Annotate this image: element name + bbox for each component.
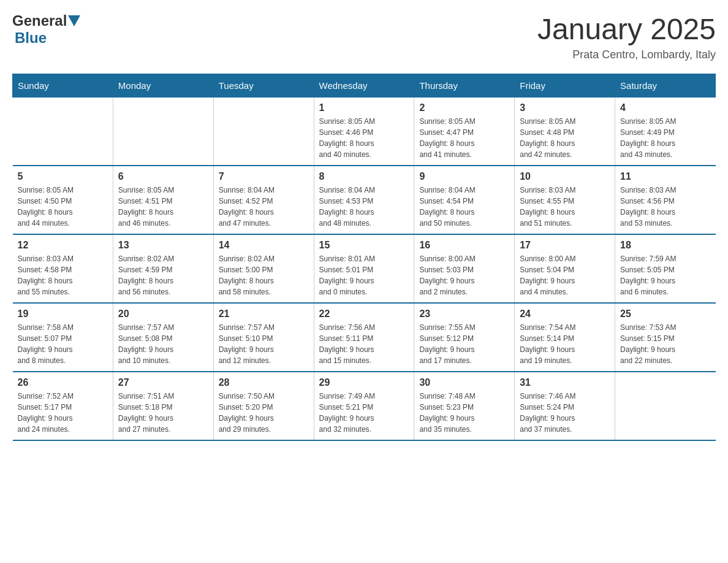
day-number: 20 [118, 308, 208, 320]
day-info: Sunrise: 7:54 AM Sunset: 5:14 PM Dayligh… [520, 322, 610, 366]
day-number: 21 [219, 308, 309, 320]
col-wednesday: Wednesday [314, 74, 414, 98]
day-number: 7 [219, 171, 309, 182]
day-info: Sunrise: 8:00 AM Sunset: 5:04 PM Dayligh… [520, 253, 610, 297]
day-info: Sunrise: 8:04 AM Sunset: 4:52 PM Dayligh… [219, 185, 309, 229]
day-info: Sunrise: 7:57 AM Sunset: 5:08 PM Dayligh… [118, 322, 208, 366]
day-number: 26 [18, 377, 108, 388]
table-row: 7Sunrise: 8:04 AM Sunset: 4:52 PM Daylig… [213, 166, 314, 234]
title-area: January 2025 Prata Centro, Lombardy, Ita… [537, 12, 716, 61]
table-row: 23Sunrise: 7:55 AM Sunset: 5:12 PM Dayli… [414, 303, 515, 372]
day-number: 10 [520, 171, 610, 182]
day-number: 9 [419, 171, 509, 182]
col-monday: Monday [113, 74, 213, 98]
calendar-title: January 2025 [537, 12, 716, 46]
day-number: 23 [419, 308, 509, 320]
day-number: 22 [319, 308, 409, 320]
calendar-week-row: 12Sunrise: 8:03 AM Sunset: 4:58 PM Dayli… [13, 234, 716, 303]
table-row: 25Sunrise: 7:53 AM Sunset: 5:15 PM Dayli… [615, 303, 716, 372]
table-row: 10Sunrise: 8:03 AM Sunset: 4:55 PM Dayli… [515, 166, 615, 234]
day-number: 3 [520, 102, 610, 113]
table-row [13, 98, 113, 166]
day-info: Sunrise: 7:49 AM Sunset: 5:21 PM Dayligh… [319, 391, 409, 435]
table-row: 28Sunrise: 7:50 AM Sunset: 5:20 PM Dayli… [213, 372, 314, 440]
table-row: 31Sunrise: 7:46 AM Sunset: 5:24 PM Dayli… [515, 372, 615, 440]
table-row: 17Sunrise: 8:00 AM Sunset: 5:04 PM Dayli… [515, 234, 615, 303]
day-number: 6 [118, 171, 208, 182]
logo-triangle-icon [68, 15, 80, 28]
day-info: Sunrise: 8:02 AM Sunset: 4:59 PM Dayligh… [118, 253, 208, 297]
day-info: Sunrise: 8:05 AM Sunset: 4:46 PM Dayligh… [319, 116, 409, 160]
table-row [113, 98, 213, 166]
day-info: Sunrise: 7:58 AM Sunset: 5:07 PM Dayligh… [18, 322, 108, 366]
calendar-subtitle: Prata Centro, Lombardy, Italy [537, 48, 716, 61]
day-number: 4 [620, 102, 710, 113]
table-row: 2Sunrise: 8:05 AM Sunset: 4:47 PM Daylig… [414, 98, 515, 166]
table-row: 1Sunrise: 8:05 AM Sunset: 4:46 PM Daylig… [314, 98, 414, 166]
day-info: Sunrise: 8:01 AM Sunset: 5:01 PM Dayligh… [319, 253, 409, 297]
col-saturday: Saturday [615, 74, 716, 98]
day-number: 8 [319, 171, 409, 182]
day-info: Sunrise: 7:56 AM Sunset: 5:11 PM Dayligh… [319, 322, 409, 366]
calendar-week-row: 5Sunrise: 8:05 AM Sunset: 4:50 PM Daylig… [13, 166, 716, 234]
day-info: Sunrise: 8:03 AM Sunset: 4:55 PM Dayligh… [520, 185, 610, 229]
day-number: 5 [18, 171, 108, 182]
day-number: 2 [419, 102, 509, 113]
table-row [615, 372, 716, 440]
day-info: Sunrise: 8:05 AM Sunset: 4:51 PM Dayligh… [118, 185, 208, 229]
table-row: 4Sunrise: 8:05 AM Sunset: 4:49 PM Daylig… [615, 98, 716, 166]
page-header: General Blue January 2025 Prata Centro, … [12, 12, 716, 61]
day-info: Sunrise: 8:03 AM Sunset: 4:56 PM Dayligh… [620, 185, 710, 229]
table-row: 27Sunrise: 7:51 AM Sunset: 5:18 PM Dayli… [113, 372, 213, 440]
day-info: Sunrise: 7:51 AM Sunset: 5:18 PM Dayligh… [118, 391, 208, 435]
calendar-week-row: 1Sunrise: 8:05 AM Sunset: 4:46 PM Daylig… [13, 98, 716, 166]
table-row: 15Sunrise: 8:01 AM Sunset: 5:01 PM Dayli… [314, 234, 414, 303]
day-number: 29 [319, 377, 409, 388]
calendar-table: Sunday Monday Tuesday Wednesday Thursday… [12, 74, 716, 441]
col-thursday: Thursday [414, 74, 515, 98]
table-row: 13Sunrise: 8:02 AM Sunset: 4:59 PM Dayli… [113, 234, 213, 303]
table-row: 20Sunrise: 7:57 AM Sunset: 5:08 PM Dayli… [113, 303, 213, 372]
day-number: 28 [219, 377, 309, 388]
table-row: 6Sunrise: 8:05 AM Sunset: 4:51 PM Daylig… [113, 166, 213, 234]
day-number: 25 [620, 308, 710, 320]
day-info: Sunrise: 7:57 AM Sunset: 5:10 PM Dayligh… [219, 322, 309, 366]
day-info: Sunrise: 8:05 AM Sunset: 4:47 PM Dayligh… [419, 116, 509, 160]
day-info: Sunrise: 7:59 AM Sunset: 5:05 PM Dayligh… [620, 253, 710, 297]
day-number: 13 [118, 240, 208, 251]
table-row: 3Sunrise: 8:05 AM Sunset: 4:48 PM Daylig… [515, 98, 615, 166]
day-info: Sunrise: 7:52 AM Sunset: 5:17 PM Dayligh… [18, 391, 108, 435]
svg-marker-0 [68, 15, 80, 26]
calendar-week-row: 19Sunrise: 7:58 AM Sunset: 5:07 PM Dayli… [13, 303, 716, 372]
day-info: Sunrise: 7:55 AM Sunset: 5:12 PM Dayligh… [419, 322, 509, 366]
day-number: 12 [18, 240, 108, 251]
table-row: 24Sunrise: 7:54 AM Sunset: 5:14 PM Dayli… [515, 303, 615, 372]
table-row: 14Sunrise: 8:02 AM Sunset: 5:00 PM Dayli… [213, 234, 314, 303]
table-row: 18Sunrise: 7:59 AM Sunset: 5:05 PM Dayli… [615, 234, 716, 303]
table-row: 29Sunrise: 7:49 AM Sunset: 5:21 PM Dayli… [314, 372, 414, 440]
logo-general-text: General [12, 12, 67, 29]
day-number: 11 [620, 171, 710, 182]
day-number: 27 [118, 377, 208, 388]
day-info: Sunrise: 7:46 AM Sunset: 5:24 PM Dayligh… [520, 391, 610, 435]
day-number: 31 [520, 377, 610, 388]
logo: General Blue [12, 12, 80, 47]
table-row: 26Sunrise: 7:52 AM Sunset: 5:17 PM Dayli… [13, 372, 113, 440]
day-info: Sunrise: 8:05 AM Sunset: 4:50 PM Dayligh… [18, 185, 108, 229]
day-info: Sunrise: 7:48 AM Sunset: 5:23 PM Dayligh… [419, 391, 509, 435]
day-info: Sunrise: 7:50 AM Sunset: 5:20 PM Dayligh… [219, 391, 309, 435]
day-info: Sunrise: 8:03 AM Sunset: 4:58 PM Dayligh… [18, 253, 108, 297]
day-number: 30 [419, 377, 509, 388]
day-info: Sunrise: 7:53 AM Sunset: 5:15 PM Dayligh… [620, 322, 710, 366]
table-row: 12Sunrise: 8:03 AM Sunset: 4:58 PM Dayli… [13, 234, 113, 303]
day-number: 16 [419, 240, 509, 251]
day-info: Sunrise: 8:02 AM Sunset: 5:00 PM Dayligh… [219, 253, 309, 297]
day-number: 19 [18, 308, 108, 320]
day-number: 17 [520, 240, 610, 251]
table-row: 16Sunrise: 8:00 AM Sunset: 5:03 PM Dayli… [414, 234, 515, 303]
col-friday: Friday [515, 74, 615, 98]
table-row: 9Sunrise: 8:04 AM Sunset: 4:54 PM Daylig… [414, 166, 515, 234]
day-number: 24 [520, 308, 610, 320]
table-row: 21Sunrise: 7:57 AM Sunset: 5:10 PM Dayli… [213, 303, 314, 372]
day-info: Sunrise: 8:04 AM Sunset: 4:54 PM Dayligh… [419, 185, 509, 229]
